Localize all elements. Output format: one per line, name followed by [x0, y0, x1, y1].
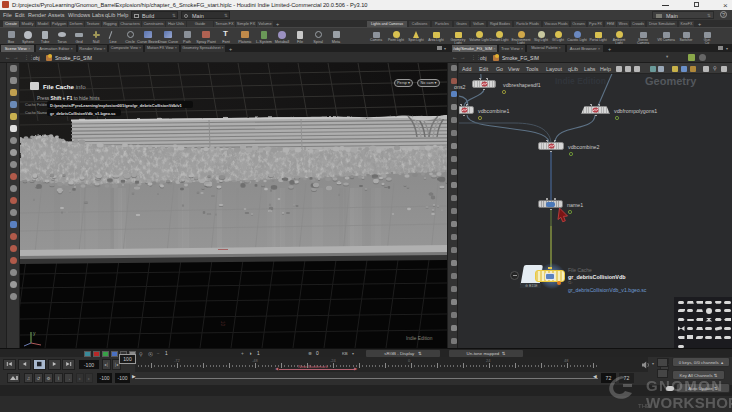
svg-text:THE: THE	[638, 403, 650, 409]
svg-text:y: y	[33, 330, 36, 336]
svg-text:WORKSHOP: WORKSHOP	[646, 394, 732, 411]
svg-text:GNOMON: GNOMON	[646, 377, 724, 394]
